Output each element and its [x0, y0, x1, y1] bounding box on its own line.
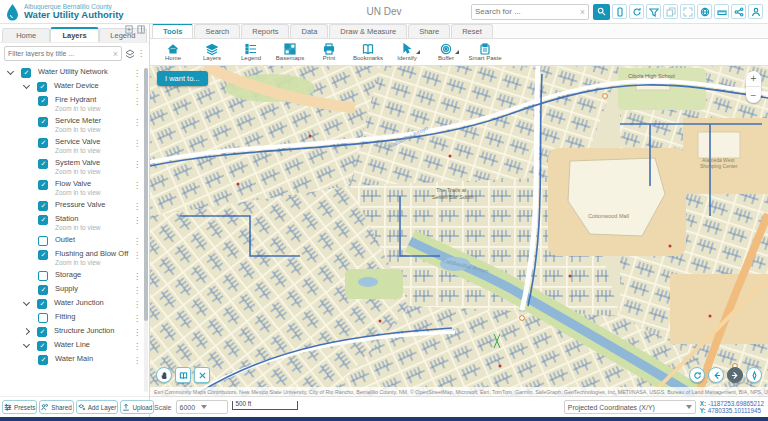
- checkbox[interactable]: [37, 299, 47, 309]
- layer-row[interactable]: Outlet: [0, 234, 149, 248]
- coordinate-system-select[interactable]: Projected Coordinates (X/Y): [564, 400, 696, 414]
- basemaps-tool-button[interactable]: Basemaps: [271, 43, 309, 61]
- checkbox[interactable]: [38, 201, 48, 211]
- checkbox[interactable]: [21, 68, 31, 78]
- kebab-icon[interactable]: [133, 342, 141, 351]
- layer-row[interactable]: Structure Junction: [0, 325, 149, 339]
- kebab-icon[interactable]: [133, 237, 141, 246]
- checkbox[interactable]: [37, 341, 47, 351]
- layer-row[interactable]: Fire HydrantZoom in to view: [0, 94, 149, 115]
- kebab-icon[interactable]: [133, 314, 141, 323]
- tab-home[interactable]: Home: [2, 28, 50, 42]
- tab-tools[interactable]: Tools: [152, 23, 193, 38]
- tab-data[interactable]: Data: [290, 24, 328, 38]
- kebab-icon[interactable]: [133, 181, 141, 190]
- checkbox[interactable]: [38, 355, 48, 365]
- layer-row[interactable]: Pressure Valve: [0, 199, 149, 213]
- kebab-icon[interactable]: [133, 139, 141, 148]
- kebab-icon[interactable]: [133, 118, 141, 127]
- expand-button[interactable]: [680, 4, 695, 19]
- tab-reset[interactable]: Reset: [451, 24, 493, 38]
- search-input[interactable]: [475, 7, 578, 16]
- checkbox[interactable]: [38, 96, 48, 106]
- checkbox[interactable]: [38, 117, 48, 127]
- checkbox[interactable]: [38, 180, 48, 190]
- copy-button[interactable]: [663, 4, 678, 19]
- layer-row[interactable]: Water Device: [0, 80, 149, 94]
- layer-row[interactable]: System ValveZoom in to view: [0, 157, 149, 178]
- tab-share[interactable]: Share: [408, 24, 450, 38]
- layer-row[interactable]: Flow ValveZoom in to view: [0, 178, 149, 199]
- buffer-tool-button[interactable]: Buffer: [427, 43, 465, 61]
- chevron-down-icon[interactable]: [7, 68, 14, 75]
- print-tool-button[interactable]: Print: [310, 43, 348, 61]
- mobile-view-button[interactable]: [612, 4, 627, 19]
- share-link-button[interactable]: [731, 4, 746, 19]
- checkbox[interactable]: [38, 271, 48, 281]
- layer-filter-input[interactable]: [8, 50, 111, 57]
- kebab-icon[interactable]: [133, 83, 141, 92]
- pan-mode-button[interactable]: [156, 367, 172, 383]
- tab-reports[interactable]: Reports: [241, 24, 289, 38]
- i-want-to-button[interactable]: I want to...: [157, 71, 208, 86]
- chevron-down-icon[interactable]: [23, 82, 30, 89]
- bookmarks-map-button[interactable]: [175, 367, 191, 383]
- dock-panel-icon[interactable]: [137, 25, 146, 34]
- kebab-icon[interactable]: [133, 97, 141, 106]
- layer-row[interactable]: Water Junction: [0, 297, 149, 311]
- tab-layers[interactable]: Layers: [50, 27, 98, 42]
- checkbox[interactable]: [38, 313, 48, 323]
- kebab-icon[interactable]: [133, 69, 141, 78]
- kebab-icon[interactable]: [133, 328, 141, 337]
- upload-button[interactable]: Upload: [120, 400, 154, 414]
- clear-search-icon[interactable]: ×: [580, 7, 585, 17]
- zoom-out-button[interactable]: −: [746, 87, 761, 103]
- default-extent-button[interactable]: [689, 367, 705, 383]
- bookmarks-tool-button[interactable]: Bookmarks: [349, 43, 387, 61]
- identify-tool-button[interactable]: Identify: [388, 43, 426, 61]
- toggle-layers-icon[interactable]: [125, 49, 135, 59]
- kebab-icon[interactable]: [133, 251, 141, 260]
- clear-filter-icon[interactable]: ×: [113, 49, 118, 59]
- checkbox[interactable]: [38, 250, 48, 260]
- layer-row[interactable]: Storage: [0, 269, 149, 283]
- chevron-down-icon[interactable]: [23, 299, 30, 306]
- home-tool-button[interactable]: Home: [154, 43, 192, 61]
- tab-draw-measure[interactable]: Draw & Measure: [329, 24, 407, 38]
- checkbox[interactable]: [38, 285, 48, 295]
- close-widget-button[interactable]: [194, 367, 210, 383]
- kebab-icon[interactable]: [133, 272, 141, 281]
- kebab-icon[interactable]: [133, 160, 141, 169]
- measure-button[interactable]: [714, 4, 729, 19]
- scale-select[interactable]: 6000: [176, 400, 228, 414]
- add-layer-button[interactable]: Add Layer: [76, 400, 119, 414]
- layer-row[interactable]: StationZoom in to view: [0, 213, 149, 234]
- legend-tool-button[interactable]: Legend: [232, 43, 270, 61]
- filter-button[interactable]: [646, 4, 661, 19]
- kebab-icon[interactable]: [133, 356, 141, 365]
- checkbox[interactable]: [38, 215, 48, 225]
- checkbox[interactable]: [38, 236, 48, 246]
- layer-row[interactable]: Supply: [0, 283, 149, 297]
- checkbox[interactable]: [38, 138, 48, 148]
- compass-button[interactable]: [746, 367, 762, 383]
- layer-row[interactable]: Flushing and Blow OffZoom in to view: [0, 248, 149, 269]
- kebab-icon[interactable]: [133, 216, 141, 225]
- layer-row[interactable]: Water Line: [0, 339, 149, 353]
- next-extent-button[interactable]: [727, 367, 743, 383]
- kebab-icon[interactable]: [133, 202, 141, 211]
- tree-scrollbar[interactable]: [144, 68, 148, 392]
- map-viewport[interactable]: Cibola High School Calabacillas Arroyo T…: [150, 66, 768, 396]
- shared-button[interactable]: Shared: [39, 400, 73, 414]
- presets-button[interactable]: Presets: [2, 400, 37, 414]
- layer-row[interactable]: Service MeterZoom in to view: [0, 115, 149, 136]
- checkbox[interactable]: [37, 82, 47, 92]
- chevron-down-icon[interactable]: [23, 341, 30, 348]
- search-button[interactable]: [593, 4, 610, 20]
- tab-search[interactable]: Search: [194, 24, 240, 38]
- kebab-icon[interactable]: [133, 286, 141, 295]
- zoom-in-button[interactable]: +: [746, 71, 761, 87]
- previous-extent-button[interactable]: [708, 367, 724, 383]
- add-panel-icon[interactable]: [125, 25, 134, 34]
- filter-options-kebab-icon[interactable]: [137, 49, 145, 58]
